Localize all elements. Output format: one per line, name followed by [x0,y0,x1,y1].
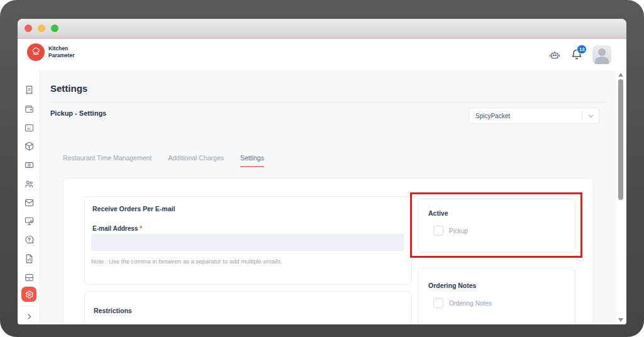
sidebar-item-device-settings[interactable] [23,215,35,226]
payments-icon [24,160,35,170]
main-content: Settings Pickup - Settings SpicyPacket R… [40,70,616,324]
email-address-input[interactable] [91,234,404,251]
ordering-notes-card: Ordering Notes Ordering Notes [418,267,575,324]
ordering-notes-check-row: Ordering Notes [433,298,492,308]
ordering-notes-checkbox-label: Ordering Notes [449,300,492,307]
sidebar-divider [20,306,37,306]
sidebar [18,70,40,324]
messages-icon [24,197,35,208]
sidebar-item-customers[interactable] [23,178,35,189]
restrictions-card: Restrictions [84,291,412,324]
scrollbar-thumb[interactable] [618,79,623,200]
sidebar-item-payments[interactable] [23,159,35,170]
avatar-torso-shape [595,57,609,64]
scrollbar [616,70,626,324]
page-subtitle: Pickup - Settings [50,109,106,117]
device-settings-icon [24,216,35,226]
sidebar-item-pos[interactable] [23,122,35,133]
reports-icon [24,253,35,264]
brand-select-value: SpicyPacket [469,113,582,119]
tab-additional-charges[interactable]: Additional Charges [168,154,224,167]
brand-line2: Parameter [48,52,75,59]
sidebar-item-reports[interactable] [23,253,35,264]
receive-orders-card: Receive Orders Per E-mail E-mail Address… [84,196,412,285]
chevron-down-icon [582,113,599,119]
pos-terminal-icon [24,123,35,133]
brand-line1: Kitchen [48,45,75,52]
robot-assistant-icon[interactable] [548,48,562,62]
browser-window: Kitchen Parameter 13 [18,19,626,324]
sidebar-item-inventory[interactable] [23,272,35,283]
restrictions-title: Restrictions [94,307,132,314]
scroll-up-arrow[interactable] [618,73,623,77]
brand-select[interactable]: SpicyPacket [469,108,599,124]
sidebar-collapse-toggle[interactable] [23,311,35,322]
sidebar-item-settings[interactable] [21,287,36,302]
email-address-label: E-mail Address * [92,225,142,232]
receive-orders-title: Receive Orders Per E-mail [92,205,175,213]
settings-gear-icon [25,290,34,299]
maximize-window-button[interactable] [51,25,58,32]
kitchen-parameter-logo[interactable] [27,43,45,61]
settings-tabs: Restaurant Time Management Additional Ch… [63,154,264,167]
sidebar-item-messages[interactable] [23,197,35,208]
tab-settings[interactable]: Settings [240,154,264,167]
active-card: Active Pickup [418,199,575,252]
sidebar-item-wallet[interactable] [23,103,35,114]
notification-count-badge: 13 [577,45,587,54]
scroll-down-arrow[interactable] [618,318,623,322]
required-asterisk: * [140,225,142,232]
sidebar-item-products[interactable] [23,140,35,152]
notifications-button[interactable]: 13 [570,48,583,61]
chevron-right-icon [25,312,33,321]
email-note: Note : Use the comma in between as a sep… [91,258,282,265]
chef-hat-icon [30,47,42,58]
tab-restaurant-time-management[interactable]: Restaurant Time Management [63,154,152,167]
minimize-window-button[interactable] [38,25,45,32]
avatar-head-shape [598,48,606,56]
orders-icon [24,85,35,96]
settings-panel: Receive Orders Per E-mail E-mail Address… [63,178,593,324]
app-header: Kitchen Parameter 13 [18,40,626,70]
brand-name: Kitchen Parameter [48,45,75,58]
wallet-icon [24,104,35,114]
inventory-icon [24,272,35,283]
ordering-notes-title: Ordering Notes [428,282,476,289]
customers-icon [24,179,35,189]
window-titlebar [18,19,626,39]
close-window-button[interactable] [25,25,32,32]
email-label-text: E-mail Address [92,225,138,232]
user-avatar[interactable] [592,45,611,64]
window-body: Settings Pickup - Settings SpicyPacket R… [18,70,626,324]
page-title: Settings [50,83,87,94]
title-divider [50,102,608,102]
ordering-notes-checkbox[interactable] [433,298,443,308]
active-title: Active [428,209,448,217]
pickup-checkbox-label: Pickup [449,228,468,235]
sidebar-item-support[interactable] [23,234,35,245]
pickup-checkbox[interactable] [433,226,443,236]
screenshot-stage: Kitchen Parameter 13 [0,0,644,337]
pickup-check-row: Pickup [433,226,468,236]
sidebar-item-orders[interactable] [23,84,35,96]
support-icon [24,235,35,245]
products-icon [24,141,35,152]
